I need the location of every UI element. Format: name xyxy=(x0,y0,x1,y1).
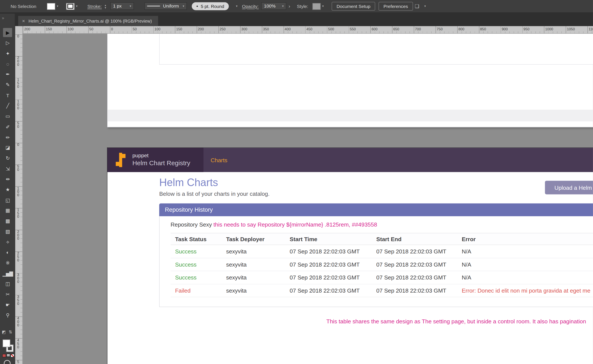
design-gray-strip xyxy=(107,110,593,121)
perspective-grid-tool[interactable]: ▦ xyxy=(3,206,12,215)
draw-mode-icon[interactable]: ⇅ xyxy=(9,330,12,335)
graphic-style-control[interactable]: ▾ xyxy=(313,0,324,13)
opacity-chevron-icon[interactable]: ▾ xyxy=(282,4,284,8)
h-ruler-label: 650 xyxy=(393,27,399,31)
shape-builder-tool[interactable]: ◱ xyxy=(3,195,12,205)
line-segment-tool[interactable]: ╱ xyxy=(3,101,12,110)
opacity-input[interactable]: 100% ▾ xyxy=(261,2,286,10)
v-ruler-label: 100 xyxy=(17,100,20,110)
arrange-documents-icon[interactable]: ❏ xyxy=(415,0,419,13)
canvas[interactable]: puppet Helm Chart Registry Charts Helm C… xyxy=(23,33,593,364)
table-header-row: Task StatusTask DeployerStart TimeStart … xyxy=(171,233,593,245)
v-ruler-label: 150 xyxy=(17,78,20,88)
table-header-start-time: Start Time xyxy=(285,236,371,242)
h-ruler-label: 0 xyxy=(111,27,113,31)
h-ruler-label: 850 xyxy=(480,27,486,31)
nav-item-charts[interactable]: Charts xyxy=(211,148,228,172)
document-setup-button[interactable]: Document Setup xyxy=(332,2,375,11)
document-tab[interactable]: ✕ Helm_Chart_Registry_Mirror_Charts.ai @… xyxy=(18,16,158,26)
type-tool[interactable]: T xyxy=(3,91,12,100)
style-chevron-icon[interactable]: ▾ xyxy=(322,5,324,8)
brush-chevron-icon[interactable]: ▾ xyxy=(236,0,238,13)
scale-tool[interactable]: ⇲ xyxy=(3,164,12,173)
magic-wand-tool[interactable]: ✦ xyxy=(3,49,12,58)
rotate-tool[interactable]: ↻ xyxy=(3,154,12,163)
artboard-main: puppet Helm Chart Registry Charts Helm C… xyxy=(107,147,593,364)
task-deployer-cell: sexyvita xyxy=(222,261,285,268)
stepper-down-icon[interactable]: ▾ xyxy=(105,6,106,9)
horizontal-ruler[interactable]: 2001501005005010015020025030035040045050… xyxy=(23,26,593,33)
stroke-chevron-icon[interactable]: ▾ xyxy=(76,5,78,8)
slice-tool[interactable]: ✂ xyxy=(3,290,12,299)
tab-close-icon[interactable]: ✕ xyxy=(22,19,25,23)
hand-tool[interactable]: ☛ xyxy=(3,300,12,309)
symbol-sprayer-tool[interactable]: ※ xyxy=(3,258,12,267)
brush-definition-dropdown[interactable]: ● 5 pt. Round xyxy=(192,2,229,10)
v-ruler-label: 150 xyxy=(17,208,20,218)
upload-helm-chart-button[interactable]: Upload a Helm xyxy=(545,181,593,194)
fill-chevron-icon[interactable]: ▾ xyxy=(57,5,58,8)
rectangle-tool[interactable]: ▭ xyxy=(3,112,12,121)
start-time-cell: 07 Sep 2018 22:02:03 GMT xyxy=(285,287,371,294)
stepper-up-icon[interactable]: ▴ xyxy=(105,4,106,6)
screen-mode-icon[interactable]: ◩ xyxy=(2,330,6,335)
designer-annotation-repo: this needs to say Repository ${mirrorNam… xyxy=(214,221,377,228)
h-ruler-label: 1050 xyxy=(567,27,575,31)
column-graph-tool[interactable]: ▁▅▇ xyxy=(3,269,12,278)
direct-selection-tool[interactable]: ▷ xyxy=(3,39,12,47)
task-deployer-cell: sexyvita xyxy=(222,274,285,281)
artboard-tool[interactable]: ◫ xyxy=(3,280,12,288)
preferences-button[interactable]: Preferences xyxy=(378,2,413,11)
eraser-tool[interactable]: ◪ xyxy=(3,143,12,152)
stroke-weight-stepper[interactable]: ▴ ▾ xyxy=(105,0,106,13)
curvature-tool[interactable]: ✎ xyxy=(3,80,12,89)
v-ruler-label: 250 xyxy=(17,252,20,262)
graphic-style-swatch[interactable] xyxy=(313,3,321,10)
v-ruler-label: 500 xyxy=(17,360,20,364)
opacity-overflow-icon[interactable]: › xyxy=(288,0,290,13)
v-ruler-label: 50 xyxy=(17,165,20,171)
stroke-profile-icon xyxy=(147,6,160,6)
none-button[interactable] xyxy=(11,354,14,357)
stroke-label[interactable]: Stroke: xyxy=(87,0,102,13)
fill-color-control[interactable]: ▾ xyxy=(47,0,58,13)
vertical-ruler[interactable]: 0200150100500501001502002503003504004505… xyxy=(15,26,23,364)
table-row: Failedsexyvita07 Sep 2018 22:02:03 GMT07… xyxy=(171,284,593,297)
blend-tool[interactable]: ◐ xyxy=(3,248,12,257)
pencil-tool[interactable]: ✏ xyxy=(3,133,12,142)
lasso-tool[interactable]: ◌ xyxy=(3,59,12,68)
eyedropper-tool[interactable]: ✧ xyxy=(3,238,12,247)
pen-tool[interactable]: ✒ xyxy=(3,70,12,79)
opacity-label[interactable]: Opacity: xyxy=(242,0,259,13)
stroke-weight-input[interactable]: 1 px ▾ xyxy=(110,2,134,10)
toolbar-collapse-icon[interactable]: » xyxy=(2,15,4,20)
gradient-tool[interactable]: ▧ xyxy=(3,227,12,236)
v-ruler-label: 200 xyxy=(17,230,20,240)
color-button[interactable] xyxy=(2,354,6,357)
h-ruler-label: 950 xyxy=(523,27,529,31)
fill-swatch[interactable] xyxy=(47,3,55,10)
v-ruler-label: 200 xyxy=(17,56,20,66)
width-profile-dropdown[interactable]: Uniform ▾ xyxy=(144,2,187,10)
profile-chevron-icon[interactable]: ▾ xyxy=(183,4,184,8)
control-bar: No Selection ▾ ▾ Stroke: ▴ ▾ 1 px ▾ Unif… xyxy=(0,0,593,13)
free-transform-tool[interactable]: ★ xyxy=(3,185,12,194)
h-ruler-label: 200 xyxy=(24,27,30,31)
arrange-chevron-icon[interactable]: ▾ xyxy=(424,0,426,13)
gradient-button[interactable] xyxy=(7,354,10,357)
mesh-tool[interactable]: ▩ xyxy=(3,216,12,226)
selection-tool[interactable]: ▶ xyxy=(3,28,12,37)
stroke-weight-chevron-icon[interactable]: ▾ xyxy=(130,4,131,8)
h-ruler-label: 800 xyxy=(458,27,464,31)
stroke-color-control[interactable]: ▾ xyxy=(66,0,78,13)
v-ruler-label: 50 xyxy=(17,121,20,128)
h-ruler-label: 450 xyxy=(306,27,313,31)
toolbar-fill-swatch[interactable] xyxy=(3,339,10,347)
width-tool[interactable]: ⇹ xyxy=(3,175,12,184)
zoom-tool[interactable]: ⚲ xyxy=(3,311,12,320)
start-end-cell: 07 Sep 2018 22:02:03 GMT xyxy=(372,274,457,281)
v-ruler-label: 400 xyxy=(17,317,20,327)
paintbrush-tool[interactable]: ✐ xyxy=(3,122,12,131)
screen-mode-circle-icon[interactable] xyxy=(4,360,11,364)
stroke-swatch[interactable] xyxy=(66,3,75,10)
